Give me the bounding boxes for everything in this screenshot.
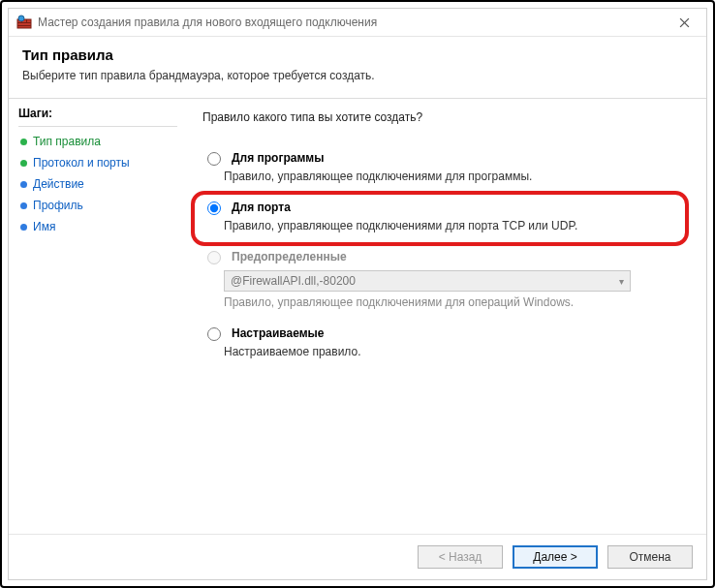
rule-type-option-program: Для программыПравило, управляющее подклю… <box>202 151 689 183</box>
svg-rect-5 <box>26 19 27 22</box>
svg-rect-2 <box>17 22 31 23</box>
rule-type-question: Правило какого типа вы хотите создать? <box>202 110 689 124</box>
rule-type-option-port: Для портаПравило, управляющее подключени… <box>202 201 689 232</box>
option-description: Правило, управляющее подключениями для п… <box>224 170 689 183</box>
step-item[interactable]: Тип правила <box>18 131 177 152</box>
wizard-window: Мастер создания правила для нового входя… <box>8 8 707 580</box>
step-label: Действие <box>33 177 84 191</box>
steps-panel: Шаги: Тип правилаПротокол и портыДействи… <box>9 99 185 534</box>
step-bullet-icon <box>20 139 27 145</box>
radio-port[interactable] <box>207 201 221 215</box>
wizard-footer: < Назад Далее > Отмена <box>9 534 706 579</box>
window-title: Мастер создания правила для нового входя… <box>38 15 666 29</box>
option-title: Предопределенные <box>232 250 347 263</box>
rule-type-option-predefined: Предопределенные@FirewallAPI.dll,-80200▾… <box>202 250 689 309</box>
titlebar: Мастер создания правила для нового входя… <box>9 9 706 37</box>
option-title: Для порта <box>232 201 291 214</box>
steps-title: Шаги: <box>18 105 177 127</box>
radio-program[interactable] <box>207 152 221 166</box>
wizard-header: Тип правила Выберите тип правила брандма… <box>9 37 706 98</box>
step-label: Протокол и порты <box>33 156 130 170</box>
step-label: Профиль <box>33 199 83 212</box>
radio-predefined <box>207 251 221 264</box>
cancel-button[interactable]: Отмена <box>607 545 693 569</box>
option-description: Правило, управляющее подключениями для п… <box>224 219 689 232</box>
step-label: Тип правила <box>33 135 101 148</box>
option-description: Настраиваемое правило. <box>224 345 689 358</box>
step-bullet-icon <box>20 224 27 231</box>
back-button[interactable]: < Назад <box>418 545 503 569</box>
option-row[interactable]: Предопределенные <box>202 250 689 264</box>
step-item[interactable]: Имя <box>18 216 177 237</box>
next-button[interactable]: Далее > <box>513 545 598 569</box>
step-bullet-icon <box>20 181 27 188</box>
option-title: Настраиваемые <box>232 326 324 340</box>
chevron-down-icon: ▾ <box>619 276 624 287</box>
step-bullet-icon <box>20 160 27 167</box>
predefined-combo: @FirewallAPI.dll,-80200▾ <box>224 270 631 292</box>
option-row[interactable]: Для порта <box>202 201 689 215</box>
radio-custom[interactable] <box>207 327 221 341</box>
rule-type-option-custom: НастраиваемыеНастраиваемое правило. <box>202 326 689 358</box>
page-subtitle: Выберите тип правила брандмауэра, которо… <box>22 69 693 82</box>
firewall-icon <box>16 15 32 30</box>
step-bullet-icon <box>20 202 27 209</box>
svg-rect-3 <box>17 25 31 26</box>
option-row[interactable]: Настраиваемые <box>202 326 689 341</box>
option-row[interactable]: Для программы <box>202 151 689 166</box>
option-title: Для программы <box>232 151 324 165</box>
close-button[interactable] <box>666 9 702 36</box>
option-description: Правило, управляющее подключениями для о… <box>224 295 689 309</box>
step-item[interactable]: Протокол и порты <box>18 152 177 173</box>
close-icon <box>679 17 690 28</box>
content-panel: Правило какого типа вы хотите создать? Д… <box>185 99 706 534</box>
step-item[interactable]: Действие <box>18 173 177 195</box>
step-label: Имя <box>33 220 55 233</box>
predefined-combo-value: @FirewallAPI.dll,-80200 <box>231 274 356 288</box>
step-item[interactable]: Профиль <box>18 195 177 216</box>
page-title: Тип правила <box>22 46 693 63</box>
